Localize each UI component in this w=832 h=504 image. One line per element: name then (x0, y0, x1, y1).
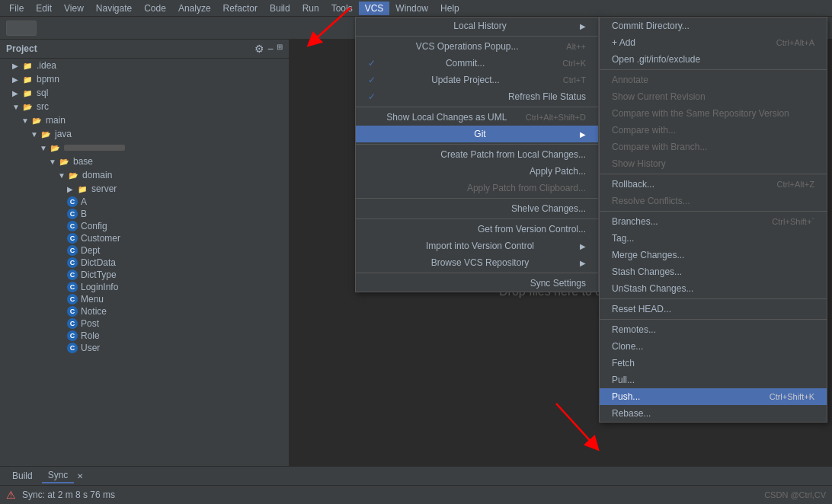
tree-item-sql[interactable]: ▶ 📁 sql (0, 86, 289, 100)
git-menu-compare-with-branch[interactable]: Compare with Branch... (600, 139, 827, 155)
git-submenu[interactable]: Commit Directory... + Add Ctrl+Alt+A Ope… (599, 17, 827, 423)
git-menu-commit-directory[interactable]: Commit Directory... (600, 18, 827, 34)
git-menu-compare-with[interactable]: Compare with... (600, 122, 827, 139)
git-menu-push[interactable]: Push... Ctrl+Shift+K (600, 388, 827, 405)
menu-file[interactable]: File (3, 2, 30, 15)
git-menu-rebase[interactable]: Rebase... (600, 405, 827, 422)
tree-item-config[interactable]: C Config (0, 220, 289, 232)
git-menu-reset-head[interactable]: Reset HEAD... (600, 301, 827, 317)
tree-item-logininfo[interactable]: C LoginInfo (0, 281, 289, 293)
git-menu-fetch[interactable]: Fetch (600, 355, 827, 372)
git-menu-resolve-conflicts[interactable]: Resolve Conflicts... (600, 193, 827, 209)
menu-bar: File Edit View Navigate Code Analyze Ref… (0, 0, 832, 17)
git-menu-clone[interactable]: Clone... (600, 338, 827, 355)
sidebar-minimize-icon[interactable]: − (267, 43, 274, 55)
tree-item-bpmn[interactable]: ▶ 📁 bpmn (0, 72, 289, 86)
vcs-menu-shelve-changes[interactable]: Shelve Changes... (356, 200, 598, 217)
sidebar-settings-icon[interactable]: ⚙ (254, 43, 264, 55)
git-menu-separator (600, 174, 827, 174)
git-menu-annotate[interactable]: Annotate (600, 72, 827, 88)
folder-icon: 📂 (21, 100, 34, 113)
tree-item-main[interactable]: ▼ 📂 main (0, 113, 289, 127)
vcs-menu-create-patch[interactable]: Create Patch from Local Changes... (356, 146, 598, 163)
git-menu-unstash-changes[interactable]: UnStash Changes... (600, 280, 827, 297)
git-menu-open-exclude[interactable]: Open .git/info/exclude (600, 51, 827, 68)
git-menu-pull[interactable]: Pull... (600, 372, 827, 388)
tree-item-post[interactable]: C Post (0, 317, 289, 330)
tree-item-idea[interactable]: ▶ 📁 .idea (0, 59, 289, 72)
menu-window[interactable]: Window (389, 2, 434, 15)
vcs-dropdown-menu[interactable]: Local History ▶ VCS Operations Popup... … (355, 17, 599, 292)
submenu-arrow-icon: ▶ (580, 259, 586, 267)
tree-item-server[interactable]: ▶ 📁 server (0, 182, 289, 196)
sync-tab[interactable]: Sync (42, 468, 75, 483)
menu-navigate[interactable]: Navigate (90, 2, 138, 15)
vcs-menu-separator (356, 198, 598, 199)
git-menu-tag[interactable]: Tag... (600, 230, 827, 247)
tree-item-java[interactable]: ▼ 📂 java (0, 127, 289, 141)
tree-item-src[interactable]: ▼ 📂 src (0, 100, 289, 113)
folder-icon: 📂 (30, 114, 43, 126)
tree-item-base[interactable]: ▼ 📂 base (0, 155, 289, 168)
git-menu-separator (600, 69, 827, 70)
tree-item-dept[interactable]: C Dept (0, 244, 289, 257)
menu-help[interactable]: Help (434, 2, 466, 15)
menu-view[interactable]: View (58, 2, 90, 15)
vcs-menu-item-label: Import into Version Control (426, 241, 534, 251)
java-class-icon: C (67, 330, 78, 341)
menu-tools[interactable]: Tools (325, 2, 359, 15)
tree-item-notice[interactable]: C Notice (0, 305, 289, 317)
tree-label: DictData (81, 257, 116, 268)
vcs-menu-show-local-changes[interactable]: Show Local Changes as UML Ctrl+Alt+Shift… (356, 109, 598, 126)
file-tree: ▶ 📁 .idea ▶ 📁 bpmn ▶ 📁 sql ▼ 📂 src ▼ (0, 59, 289, 354)
vcs-menu-import-into-vcs[interactable]: Import into Version Control ▶ (356, 238, 598, 254)
build-tab-bar: Build Sync ✕ (0, 467, 832, 486)
folder-icon: 📁 (76, 183, 88, 195)
vcs-menu-refresh-file-status[interactable]: ✓ Refresh File Status (356, 88, 598, 105)
menu-analyze[interactable]: Analyze (172, 2, 217, 15)
git-menu-merge-changes[interactable]: Merge Changes... (600, 247, 827, 263)
menu-run[interactable]: Run (296, 2, 325, 15)
git-menu-add[interactable]: + Add Ctrl+Alt+A (600, 34, 827, 51)
git-menu-show-current-revision[interactable]: Show Current Revision (600, 88, 827, 105)
tab-close-icon[interactable]: ✕ (77, 472, 83, 480)
vcs-menu-commit[interactable]: ✓ Commit... Ctrl+K (356, 55, 598, 72)
menu-code[interactable]: Code (138, 2, 172, 15)
vcs-menu-get-from-vcs[interactable]: Get from Version Control... (356, 221, 598, 238)
git-menu-show-history[interactable]: Show History (600, 155, 827, 172)
vcs-menu-git[interactable]: Git ▶ (356, 126, 598, 142)
git-menu-remotes[interactable]: Remotes... (600, 321, 827, 338)
vcs-menu-item-label: Apply Patch... (530, 166, 586, 177)
sidebar-expand-icon[interactable]: ⊞ (277, 43, 283, 55)
tree-item-dictdata[interactable]: C DictData (0, 257, 289, 269)
vcs-menu-apply-patch-clipboard[interactable]: Apply Patch from Clipboard... (356, 180, 598, 196)
build-tab[interactable]: Build (6, 469, 39, 483)
menu-vcs[interactable]: VCS (359, 2, 390, 15)
git-menu-stash-changes[interactable]: Stash Changes... (600, 263, 827, 280)
vcs-menu-operations-popup[interactable]: VCS Operations Popup... Alt++ (356, 38, 598, 55)
menu-edit[interactable]: Edit (30, 2, 58, 15)
vcs-menu-browse-vcs[interactable]: Browse VCS Repository ▶ (356, 254, 598, 271)
vcs-menu-apply-patch[interactable]: Apply Patch... (356, 163, 598, 180)
vcs-menu-sync-settings[interactable]: Sync Settings (356, 275, 598, 292)
submenu-arrow-icon: ▶ (580, 130, 586, 139)
tree-item-dicttype[interactable]: C DictType (0, 269, 289, 281)
tree-item-B[interactable]: C B (0, 208, 289, 220)
tree-arrow: ▼ (12, 103, 21, 111)
vcs-menu-local-history[interactable]: Local History ▶ (356, 18, 598, 34)
git-menu-compare-same-repo[interactable]: Compare with the Same Repository Version (600, 105, 827, 122)
git-menu-branches[interactable]: Branches... Ctrl+Shift+` (600, 213, 827, 230)
tree-item-user[interactable]: C User (0, 342, 289, 354)
vcs-menu-item-label: VCS Operations Popup... (416, 41, 519, 52)
tree-item-menu[interactable]: C Menu (0, 293, 289, 305)
tree-item-A[interactable]: C A (0, 196, 289, 208)
menu-refactor[interactable]: Refactor (217, 2, 264, 15)
tree-item-domain[interactable]: ▼ 📂 domain (0, 168, 289, 182)
tree-item-customer[interactable]: C Customer (0, 232, 289, 244)
git-menu-rollback[interactable]: Rollback... Ctrl+Alt+Z (600, 176, 827, 193)
tree-item-role[interactable]: C Role (0, 330, 289, 342)
tree-item-blurred[interactable]: ▼ 📂 (0, 141, 289, 155)
vcs-menu-item-label: Refresh File Status (508, 91, 586, 102)
menu-build[interactable]: Build (264, 2, 296, 15)
vcs-menu-update-project[interactable]: ✓ Update Project... Ctrl+T (356, 72, 598, 88)
